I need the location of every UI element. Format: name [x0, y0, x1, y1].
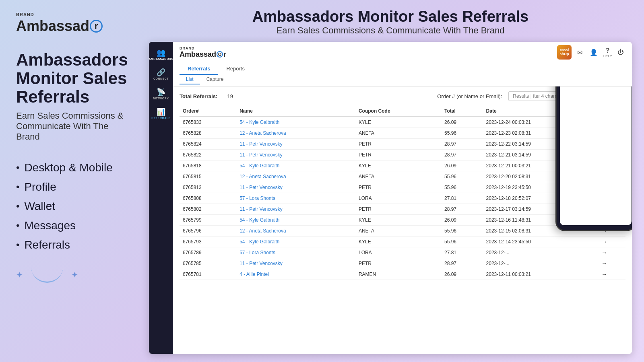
help-button[interactable]: ? HELP — [603, 47, 612, 58]
topbar-icons: cassishOp ✉ 👤 ? HELP ⏻ — [557, 45, 625, 60]
cell-total-11: 55.96 — [441, 237, 483, 247]
cell-name-1[interactable]: 12 - Aneta Sacherova — [236, 128, 355, 139]
cell-order-12: 6765789 — [180, 247, 236, 258]
row-arrow-13[interactable]: → — [601, 260, 607, 267]
topbar-brand-prefix: Ambassad — [180, 50, 216, 59]
sidebar-item-network[interactable]: 📡 NETWORK — [149, 85, 173, 103]
help-label: HELP — [603, 54, 612, 58]
row-arrow-12[interactable]: → — [601, 249, 607, 256]
row-arrow-14[interactable]: → — [601, 271, 607, 278]
cell-name-4[interactable]: 54 - Kyle Galbraith — [236, 160, 355, 171]
topbar-brand: BRAND AmbassadOr — [180, 46, 226, 59]
cell-total-12: 27.81 — [441, 247, 483, 258]
total-referrals-count: 19 — [227, 93, 233, 99]
cell-name-12[interactable]: 57 - Lora Shonts — [236, 247, 355, 258]
feature-list: Desktop & Mobile Profile Wallet Messages… — [16, 158, 133, 255]
col-coupon: Coupon Code — [355, 106, 441, 117]
mail-icon[interactable]: ✉ — [576, 48, 584, 57]
order-search-label: Order # (or Name or Email): — [437, 93, 502, 99]
sidebar-label-connect: CONNECT — [153, 77, 169, 80]
feature-profile: Profile — [16, 177, 133, 197]
cell-coupon-9: KYLE — [355, 215, 441, 226]
table-row: 6765785 11 - Petr Vencovsky PETR 28.97 2… — [180, 258, 625, 269]
cell-name-5[interactable]: 12 - Aneta Sacherova — [236, 171, 355, 182]
brand-logo: BRAND Ambassadr — [16, 12, 133, 35]
page-header-left: Ambassadors Monitor Sales Referrals Earn… — [16, 51, 133, 158]
cell-date-14: 2023-12-11 00:03:21 — [483, 269, 599, 280]
cell-name-14[interactable]: 4 - Allie Pintel — [236, 269, 355, 280]
col-total: Total — [441, 106, 483, 117]
network-icon: 📡 — [157, 88, 165, 96]
topbar-brand-suffix: r — [223, 50, 226, 59]
app-main: BRAND AmbassadOr cassishOp ✉ 👤 ? HELP — [173, 42, 632, 354]
brand-label: BRAND — [16, 12, 133, 17]
cell-order-5: 6765815 — [180, 171, 236, 182]
cell-coupon-12: LORA — [355, 247, 441, 258]
user-icon[interactable]: 👤 — [588, 48, 599, 57]
total-referrals-label: Total Referrals: — [180, 93, 217, 99]
brand-o: r — [90, 20, 103, 33]
sidebar-item-ambassadors[interactable]: 👥 AMBASSADORS — [149, 46, 173, 64]
right-panel: Ambassadors Monitor Sales Referrals Earn… — [149, 0, 644, 362]
cell-name-9[interactable]: 54 - Kyle Galbraith — [236, 215, 355, 226]
nav-tabs-area: Referrals Reports List Capture — [173, 63, 632, 86]
left-panel: BRAND Ambassadr Ambassadors Monitor Sale… — [0, 0, 149, 362]
topbar-brand-name: AmbassadOr — [180, 50, 226, 59]
nav-tabs-row: Referrals Reports — [180, 63, 625, 75]
cell-order-0: 6765833 — [180, 117, 236, 128]
cell-total-3: 28.97 — [441, 150, 483, 160]
sidebar-label-network: NETWORK — [153, 97, 169, 100]
row-arrow-11[interactable]: → — [601, 239, 607, 245]
power-icon[interactable]: ⏻ — [616, 48, 625, 57]
cell-total-0: 26.09 — [441, 117, 483, 128]
page-title: Ambassadors Monitor Sales Referrals — [149, 8, 632, 25]
cell-coupon-8: PETR — [355, 204, 441, 215]
cell-name-8[interactable]: 11 - Petr Vencovsky — [236, 204, 355, 215]
sidebar-label-referrals: REFERRALS — [151, 117, 170, 119]
col-order: Order# — [180, 106, 236, 117]
referrals-icon: 📊 — [157, 108, 165, 115]
cell-order-14: 6765781 — [180, 269, 236, 280]
arc-decoration — [31, 267, 63, 283]
sidebar-label-ambassadors: AMBASSADORS — [149, 58, 173, 60]
tab-referrals[interactable]: Referrals — [180, 63, 218, 75]
cell-action-14[interactable]: → — [598, 269, 625, 280]
cell-order-4: 6765818 — [180, 160, 236, 171]
subtab-list[interactable]: List — [180, 75, 200, 84]
help-question-mark: ? — [606, 47, 610, 54]
cell-name-0[interactable]: 54 - Kyle Galbraith — [236, 117, 355, 128]
cell-name-6[interactable]: 11 - Petr Vencovsky — [236, 182, 355, 193]
cell-name-13[interactable]: 11 - Petr Vencovsky — [236, 258, 355, 269]
cell-action-11[interactable]: → — [598, 237, 625, 247]
cell-order-1: 6765828 — [180, 128, 236, 139]
sidebar-item-referrals[interactable]: 📊 REFERRALS — [149, 105, 173, 123]
cell-total-6: 55.96 — [441, 182, 483, 193]
cell-total-5: 55.96 — [441, 171, 483, 182]
cell-order-13: 6765785 — [180, 258, 236, 269]
page-header: Ambassadors Monitor Sales Referrals Earn… — [149, 8, 632, 36]
cell-action-13[interactable]: → — [598, 258, 625, 269]
cell-coupon-6: PETR — [355, 182, 441, 193]
cell-order-6: 6765813 — [180, 182, 236, 193]
cassi-shop-logo: cassishOp — [557, 45, 572, 60]
cell-order-9: 6765799 — [180, 215, 236, 226]
cell-name-11[interactable]: 54 - Kyle Galbraith — [236, 237, 355, 247]
star-icon-2: ✦ — [71, 270, 78, 280]
cell-action-12[interactable]: → — [598, 247, 625, 258]
sidebar-item-connect[interactable]: 🔗 CONNECT — [149, 66, 173, 83]
app-topbar: BRAND AmbassadOr cassishOp ✉ 👤 ? HELP — [173, 42, 632, 63]
tab-reports[interactable]: Reports — [218, 63, 253, 75]
cell-name-7[interactable]: 57 - Lora Shonts — [236, 193, 355, 204]
ambassadors-icon: 👥 — [157, 49, 165, 56]
subtab-capture[interactable]: Capture — [200, 75, 230, 84]
topbar-brand-label: BRAND — [180, 46, 226, 50]
cell-order-11: 6765793 — [180, 237, 236, 247]
cell-name-2[interactable]: 11 - Petr Vencovsky — [236, 139, 355, 150]
connect-icon: 🔗 — [157, 69, 165, 76]
cell-name-10[interactable]: 12 - Aneta Sacherova — [236, 226, 355, 237]
cell-date-11: 2023-12-14 23:45:50 — [483, 237, 599, 247]
cell-name-3[interactable]: 11 - Petr Vencovsky — [236, 150, 355, 160]
sub-heading: Earn Sales Commissions & Communicate Wit… — [16, 111, 133, 142]
cell-total-8: 28.97 — [441, 204, 483, 215]
cell-total-1: 55.96 — [441, 128, 483, 139]
